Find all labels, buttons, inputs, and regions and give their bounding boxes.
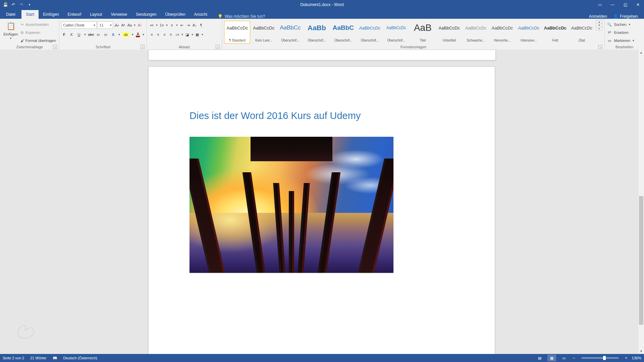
underline-icon[interactable]: U — [76, 32, 82, 37]
increase-indent-icon[interactable]: ⇥ — [185, 22, 191, 28]
share-button[interactable]: 👤Freigeben — [613, 14, 638, 19]
style--berschrif-[interactable]: AaBbCcDcÜberschrif... — [357, 21, 383, 44]
view-read-icon[interactable]: ▤ — [535, 355, 544, 361]
style-untertitel[interactable]: AaBbCcDcUntertitel — [436, 21, 462, 44]
style-fett[interactable]: AaBbCcDcFett — [542, 21, 568, 44]
gallery-down-icon[interactable]: ▼ — [596, 24, 602, 27]
chevron-down-icon[interactable]: ▼ — [201, 33, 204, 36]
scroll-up-icon[interactable]: ▲ — [638, 50, 644, 55]
vertical-scrollbar[interactable]: ▲ ▼ — [638, 50, 644, 354]
align-right-icon[interactable]: ≡ — [162, 32, 167, 37]
maximize-icon[interactable]: ◱ — [619, 0, 631, 9]
sort-icon[interactable]: A↓ — [192, 22, 197, 28]
style--standard[interactable]: AaBbCcDc¶ Standard — [224, 21, 250, 44]
gallery-more-icon[interactable]: ▾ — [596, 27, 602, 30]
tab-references[interactable]: Verweise — [106, 10, 131, 19]
chevron-down-icon[interactable]: ▼ — [191, 33, 194, 36]
page-1-tail[interactable] — [148, 50, 496, 60]
bullets-icon[interactable]: •≡ — [149, 22, 154, 28]
format-painter-button[interactable]: 🖌Format übertragen — [19, 37, 56, 44]
page-2[interactable]: Dies ist der Word 2016 Kurs auf Udemy — [148, 66, 495, 354]
strike-icon[interactable]: abc — [88, 32, 94, 37]
replace-button[interactable]: ᵃ⁄ᵇErsetzen — [607, 29, 628, 36]
tab-mailings[interactable]: Sendungen — [131, 10, 161, 19]
dialog-launcher-icon[interactable]: ↘ — [53, 45, 57, 49]
chevron-down-icon[interactable]: ▼ — [175, 24, 178, 27]
chevron-down-icon[interactable]: ▼ — [118, 33, 120, 36]
style-titel[interactable]: AaBTitel — [410, 21, 436, 44]
zoom-out-icon[interactable]: − — [572, 356, 576, 360]
tab-layout[interactable]: Layout — [86, 10, 106, 19]
chevron-down-icon[interactable]: ▼ — [133, 24, 136, 27]
superscript-icon[interactable]: x2 — [103, 32, 108, 37]
chevron-down-icon[interactable]: ▼ — [181, 33, 183, 36]
close-icon[interactable]: ✕ — [632, 0, 644, 9]
status-page[interactable]: Seite 2 von 2 — [3, 356, 24, 360]
document-image-pier-sunset[interactable] — [190, 137, 393, 273]
line-spacing-icon[interactable]: ↕≡ — [174, 32, 180, 37]
chevron-down-icon[interactable]: ▼ — [109, 24, 112, 27]
save-icon[interactable]: 💾 — [3, 2, 8, 7]
undo-icon[interactable]: ↶ — [11, 2, 16, 7]
tab-start[interactable]: Start — [21, 10, 39, 19]
chevron-down-icon[interactable]: ▼ — [165, 24, 168, 27]
zoom-slider[interactable] — [582, 357, 619, 359]
chevron-down-icon[interactable]: ▼ — [84, 33, 86, 36]
redo-icon[interactable]: ↷ — [19, 2, 24, 7]
sign-in-button[interactable]: Anmelden — [589, 14, 607, 19]
style-hervorhe-[interactable]: AaBbCcDcHervorhe... — [489, 21, 515, 44]
shrink-font-icon[interactable]: A▾ — [120, 22, 126, 28]
shading-icon[interactable]: ◪ — [184, 32, 190, 37]
find-button[interactable]: 🔍Suchen▼ — [607, 21, 631, 28]
dialog-launcher-icon[interactable]: ↘ — [598, 45, 602, 49]
style-kein-leer-[interactable]: AaBbCcDcKein Leer... — [251, 21, 277, 44]
document-heading[interactable]: Dies ist der Word 2016 Kurs auf Udemy — [190, 110, 454, 121]
tab-review[interactable]: Überprüfen — [161, 10, 190, 19]
copy-button[interactable]: ⧉Kopieren — [19, 29, 56, 36]
change-case-icon[interactable]: Aa — [127, 22, 132, 28]
grow-font-icon[interactable]: A▴ — [114, 22, 119, 28]
style-intensive-[interactable]: AaBbCcDcIntensive... — [516, 21, 542, 44]
qat-customize-icon[interactable]: ▼ — [27, 2, 32, 7]
text-effects-icon[interactable]: A — [110, 32, 116, 37]
style-zitat[interactable]: AaBbCcDcZitat — [569, 21, 595, 44]
font-size-box[interactable]: 11▼ — [98, 21, 113, 29]
style--berschrif-[interactable]: AaBbCcDcÜberschrif... — [383, 21, 409, 44]
bold-icon[interactable]: F — [61, 32, 67, 37]
subscript-icon[interactable]: x2 — [96, 32, 101, 37]
chevron-down-icon[interactable]: ▼ — [93, 24, 96, 27]
decrease-indent-icon[interactable]: ⇤ — [179, 22, 184, 28]
view-web-icon[interactable]: ▭ — [559, 355, 568, 361]
style-schwache-[interactable]: AaBbCcDcSchwache... — [463, 21, 489, 44]
justify-icon[interactable]: ≡ — [168, 32, 173, 37]
chevron-down-icon[interactable]: ▼ — [131, 33, 134, 36]
align-left-icon[interactable]: ≡ — [149, 32, 154, 37]
style--berschrif-[interactable]: AaBbCÜberschrif... — [330, 21, 356, 44]
font-color-icon[interactable]: A — [136, 32, 140, 37]
tab-draft[interactable]: Entwurf — [63, 10, 86, 19]
style--berschrif-[interactable]: AaBbCcÜberschrif... — [277, 21, 303, 44]
ribbon-display-icon[interactable]: ▭ — [594, 0, 606, 9]
paste-button[interactable]: 📋 Einfügen ▼ — [2, 20, 19, 41]
status-language[interactable]: Deutsch (Österreich) — [63, 356, 97, 360]
italic-icon[interactable]: K — [69, 32, 74, 37]
status-spellcheck-icon[interactable]: 📖 — [53, 356, 57, 360]
status-words[interactable]: 21 Wörter — [30, 356, 46, 360]
clear-formatting-icon[interactable]: A⃠ — [137, 22, 142, 28]
tab-insert[interactable]: Einfügen — [39, 10, 63, 19]
scroll-down-icon[interactable]: ▼ — [638, 348, 644, 354]
cut-button[interactable]: ✂Ausschneiden — [19, 21, 56, 28]
borders-icon[interactable]: ▦ — [195, 32, 200, 37]
dialog-launcher-icon[interactable]: ↘ — [141, 45, 145, 49]
view-print-icon[interactable]: ▦ — [547, 355, 556, 361]
highlight-icon[interactable]: ab — [122, 32, 129, 37]
multilevel-icon[interactable]: ≡ — [169, 22, 174, 28]
scroll-thumb[interactable] — [639, 196, 643, 325]
chevron-down-icon[interactable]: ▼ — [155, 24, 158, 27]
tell-me[interactable]: 💡 Was möchten Sie tun? — [218, 14, 265, 19]
font-name-box[interactable]: Calibri (Textk▼ — [61, 21, 97, 29]
style--berschrif-[interactable]: AaBbÜberschrif... — [304, 21, 330, 44]
zoom-level[interactable]: 130% — [632, 356, 641, 360]
dialog-launcher-icon[interactable]: ↘ — [216, 45, 220, 49]
tab-file[interactable]: Datei — [0, 10, 21, 19]
